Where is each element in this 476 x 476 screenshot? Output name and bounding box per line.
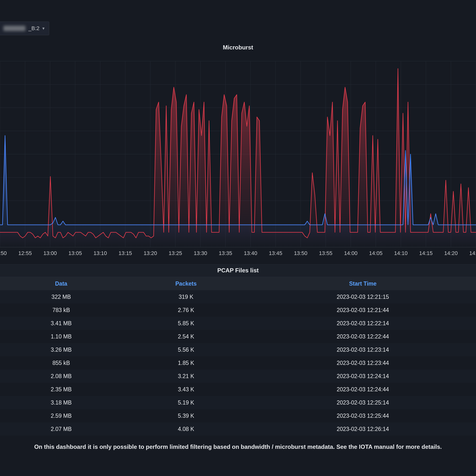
variable-selector[interactable]: _B:2 ▾ (0, 21, 49, 35)
cell-packets: 4.08 K (122, 426, 250, 432)
table-row[interactable]: 1.10 MB2.54 K2023-02-03 12:22:44 (0, 330, 476, 343)
svg-text:12:50: 12:50 (0, 250, 7, 256)
cell-data: 2.35 MB (0, 386, 122, 393)
table-row[interactable]: 3.41 MB5.85 K2023-02-03 12:22:14 (0, 317, 476, 330)
cell-data: 2.08 MB (0, 373, 122, 380)
cell-packets: 5.85 K (122, 320, 250, 327)
table-body: 322 MB319 K2023-02-03 12:21:15783 kB2.76… (0, 290, 476, 436)
chart-area[interactable]: 12:5012:5513:0013:0513:1013:1513:2013:25… (0, 59, 476, 259)
table-row[interactable]: 2.35 MB3.43 K2023-02-03 12:24:44 (0, 383, 476, 396)
table-title: PCAP Files list (0, 264, 476, 277)
svg-text:12:55: 12:55 (18, 250, 32, 256)
column-header-start[interactable]: Start Time (250, 280, 476, 287)
cell-data: 3.18 MB (0, 399, 122, 406)
cell-start-time: 2023-02-03 12:22:14 (250, 320, 476, 327)
svg-text:13:45: 13:45 (269, 250, 282, 256)
panel-title: Microburst (223, 44, 253, 51)
panel-pcap-files: PCAP Files list Data Packets Start Time … (0, 264, 476, 436)
svg-text:14:10: 14:10 (394, 250, 408, 256)
cell-packets: 2.76 K (122, 307, 250, 313)
svg-text:13:40: 13:40 (244, 250, 257, 256)
cell-start-time: 2023-02-03 12:25:44 (250, 413, 476, 419)
table-row[interactable]: 855 kB1.85 K2023-02-03 12:23:44 (0, 356, 476, 370)
cell-packets: 5.39 K (122, 413, 250, 419)
table-row[interactable]: 3.26 MB5.56 K2023-02-03 12:23:14 (0, 343, 476, 356)
svg-text:14:00: 14:00 (344, 250, 357, 256)
microburst-chart[interactable]: 12:5012:5513:0013:0513:1013:1513:2013:25… (0, 59, 476, 259)
column-header-packets[interactable]: Packets (122, 280, 250, 287)
cell-data: 783 kB (0, 307, 122, 313)
panel-microburst: Microburst 12:5012:5513:0013:0513:1013:1… (0, 39, 476, 259)
cell-packets: 5.56 K (122, 347, 250, 353)
cell-data: 855 kB (0, 360, 122, 366)
cell-data: 3.41 MB (0, 320, 122, 327)
svg-text:13:05: 13:05 (68, 250, 82, 256)
cell-data: 3.26 MB (0, 347, 122, 353)
cell-start-time: 2023-02-03 12:25:14 (250, 399, 476, 406)
cell-packets: 5.19 K (122, 399, 250, 406)
svg-text:13:00: 13:00 (43, 250, 57, 256)
cell-packets: 319 K (122, 294, 250, 300)
table-row[interactable]: 2.07 MB4.08 K2023-02-03 12:26:14 (0, 422, 476, 436)
svg-text:14:20: 14:20 (444, 250, 458, 256)
cell-data: 1.10 MB (0, 333, 122, 340)
cell-start-time: 2023-02-03 12:21:44 (250, 307, 476, 313)
dashboard-footnote: On this dashboard it is only possible to… (0, 438, 476, 456)
variable-selector-redacted (3, 26, 25, 31)
cell-data: 2.59 MB (0, 413, 122, 419)
svg-text:13:55: 13:55 (319, 250, 332, 256)
cell-packets: 3.43 K (122, 386, 250, 393)
cell-start-time: 2023-02-03 12:24:44 (250, 386, 476, 393)
table-header-row: Data Packets Start Time (0, 277, 476, 290)
svg-text:14:25: 14:25 (469, 250, 476, 256)
svg-text:13:35: 13:35 (219, 250, 232, 256)
chevron-down-icon: ▾ (42, 26, 45, 31)
cell-start-time: 2023-02-03 12:26:14 (250, 426, 476, 432)
svg-text:13:20: 13:20 (144, 250, 157, 256)
table-row[interactable]: 322 MB319 K2023-02-03 12:21:15 (0, 290, 476, 304)
svg-text:14:05: 14:05 (369, 250, 383, 256)
cell-data: 2.07 MB (0, 426, 122, 432)
cell-data: 322 MB (0, 294, 122, 300)
column-header-data[interactable]: Data (0, 280, 122, 287)
table-row[interactable]: 783 kB2.76 K2023-02-03 12:21:44 (0, 304, 476, 317)
cell-start-time: 2023-02-03 12:21:15 (250, 294, 476, 300)
table-row[interactable]: 2.59 MB5.39 K2023-02-03 12:25:44 (0, 409, 476, 422)
svg-text:13:25: 13:25 (169, 250, 182, 256)
svg-text:13:10: 13:10 (93, 250, 107, 256)
svg-text:13:30: 13:30 (194, 250, 207, 256)
svg-text:13:15: 13:15 (119, 250, 132, 256)
svg-text:14:15: 14:15 (419, 250, 433, 256)
cell-start-time: 2023-02-03 12:23:44 (250, 360, 476, 366)
cell-start-time: 2023-02-03 12:22:44 (250, 333, 476, 340)
cell-packets: 3.21 K (122, 373, 250, 380)
cell-start-time: 2023-02-03 12:23:14 (250, 347, 476, 353)
cell-packets: 2.54 K (122, 333, 250, 340)
cell-start-time: 2023-02-03 12:24:14 (250, 373, 476, 380)
cell-packets: 1.85 K (122, 360, 250, 366)
table-row[interactable]: 3.18 MB5.19 K2023-02-03 12:25:14 (0, 396, 476, 409)
variable-selector-suffix: _B:2 (28, 25, 39, 32)
svg-text:13:50: 13:50 (294, 250, 307, 256)
table-row[interactable]: 2.08 MB3.21 K2023-02-03 12:24:14 (0, 370, 476, 383)
